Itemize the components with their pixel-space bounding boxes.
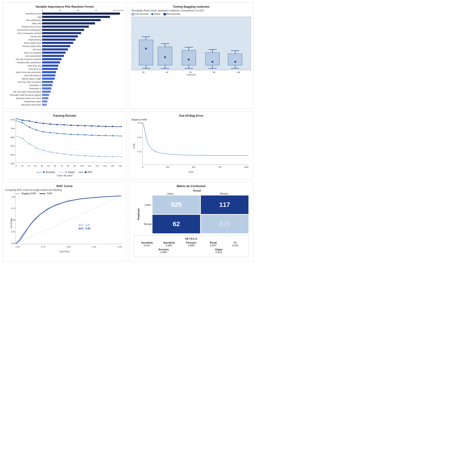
vimp-bar-wrap xyxy=(42,71,124,73)
cm-fp: 117 xyxy=(201,195,248,214)
oob-xaxis-label: ntree xyxy=(132,170,251,173)
bp-whisker-top xyxy=(146,37,146,40)
vimp-var-label: Marital status single xyxy=(5,77,42,80)
tr-y-42: 42% xyxy=(10,153,15,156)
vimp-bar-wrap xyxy=(42,22,124,25)
vimp-bar xyxy=(42,65,58,67)
oob-x-750: 750 xyxy=(218,166,221,170)
bp-whisker-bottom xyxy=(235,65,236,68)
bp-whisker-top xyxy=(165,44,165,47)
svg-point-11 xyxy=(16,118,16,119)
vimp-bar xyxy=(42,74,55,76)
svg-point-53 xyxy=(84,155,85,156)
tr-x-145: 145 xyxy=(111,165,114,170)
bp-dot xyxy=(188,59,190,60)
tr-y-54: 54% xyxy=(10,145,15,147)
cm-fn: 62 xyxy=(153,215,200,233)
bp-cap-bottom xyxy=(185,68,193,68)
svg-point-34 xyxy=(64,133,65,135)
metric-specificity: Specificity 0.881 xyxy=(161,241,177,247)
bp-whisker-top xyxy=(188,47,189,51)
vimp-row: Job role sales executive xyxy=(5,80,124,84)
tr-y-91: 91% xyxy=(10,118,15,121)
vimp-row: Years since last promotion xyxy=(5,71,124,74)
vimp-var-label: Years at company xyxy=(5,51,42,54)
svg-point-43 xyxy=(16,135,16,137)
cm-tp: 925 xyxy=(153,195,200,214)
svg-point-12 xyxy=(22,119,23,121)
vimp-bar xyxy=(42,51,66,54)
bp-whisker-bottom xyxy=(188,65,189,68)
vimp-var-label: Education 5 xyxy=(5,87,42,90)
training-title: Training Results xyxy=(5,114,124,117)
cm-tn: 870 xyxy=(201,215,248,233)
tr-x-95: 95 xyxy=(74,165,76,170)
svg-text:AUC : 0.82: AUC : 0.82 xyxy=(78,227,90,230)
vimp-bar xyxy=(42,94,49,96)
metric-accuracy: Accuracy 0.909 xyxy=(155,248,172,254)
svg-point-38 xyxy=(91,135,92,136)
vimp-chart: Monthly incomeAgeJob satisfactionDaily r… xyxy=(5,12,124,106)
vimp-bar xyxy=(42,22,95,24)
roc-y-050: 0.50 xyxy=(11,219,15,221)
vimp-var-label: Education field other xyxy=(5,103,42,106)
vimp-bar xyxy=(42,78,55,80)
bagging-box xyxy=(139,40,153,65)
svg-point-40 xyxy=(105,135,106,136)
bagging-chart xyxy=(132,17,251,70)
vimp-var-label: Job involvement xyxy=(5,55,42,57)
vimp-bar xyxy=(42,81,53,83)
vimp-row: Age xyxy=(5,15,124,18)
svg-point-58 xyxy=(121,156,122,157)
vimp-bar xyxy=(42,84,52,86)
bp-x-40: 40 xyxy=(166,71,168,73)
vimp-bar xyxy=(42,19,101,21)
metric-f1: F1 0.912 xyxy=(227,241,244,247)
svg-text:AUC : 0.81: AUC : 0.81 xyxy=(78,224,90,226)
vimp-axis-100: 100 xyxy=(113,9,116,12)
confusion-actual-label: Actual xyxy=(143,189,251,192)
oob-y-012: 0.12 xyxy=(137,150,142,153)
roc-x-100: 1.00 xyxy=(16,246,20,250)
oob-title: Out-Of-Bag Error xyxy=(132,114,251,117)
roc-x-050: 0.50 xyxy=(67,246,71,250)
tr-x-45: 45 xyxy=(41,165,43,170)
vimp-row: Business travel non travel xyxy=(5,97,124,100)
oob-subtitle: Bagging model xyxy=(132,118,251,121)
bp-cap-top xyxy=(231,51,239,51)
vimp-var-label: Business travel non travel xyxy=(5,97,42,100)
roc-subtitle: Comparing ROC curves for single models a… xyxy=(5,189,124,191)
roc-x-075: 0.75 xyxy=(41,246,45,250)
cm-header-leave: Leave xyxy=(143,192,197,195)
vimp-bar-wrap xyxy=(42,94,124,96)
roc-y-000: 0.00 xyxy=(11,242,15,244)
vimp-var-label: Num companies worked xyxy=(5,32,42,34)
vimp-row: Department sales xyxy=(5,100,124,103)
oob-chart-svg xyxy=(142,122,248,165)
cm-header-remain: Remain xyxy=(197,192,251,195)
details-title: DETAILS xyxy=(136,237,246,240)
svg-point-47 xyxy=(43,150,44,151)
bp-whisker-top xyxy=(212,50,213,53)
vimp-row: Job level xyxy=(5,48,124,51)
roc-y-025: 0.25 xyxy=(11,231,15,233)
svg-point-28 xyxy=(22,122,23,123)
vimp-bar-wrap xyxy=(42,19,124,21)
svg-point-29 xyxy=(29,126,30,128)
svg-point-39 xyxy=(98,135,100,136)
vimp-row: Relationship satisfaction xyxy=(5,61,124,64)
training-subtitle: Tuneo del arbol xyxy=(5,174,124,177)
svg-point-48 xyxy=(50,151,51,153)
vimp-row: Marital status single xyxy=(5,77,124,80)
oob-panel: Out-Of-Bag Error Bagging model 0.20 0.16… xyxy=(129,111,253,179)
svg-point-51 xyxy=(70,154,72,155)
vimp-var-label: Monthly income xyxy=(5,12,42,15)
training-panel: Training Results 91% 79% 66% 54% 42% 29% xyxy=(2,111,127,179)
confusion-panel: Matriz de Confusion Actual Leave Remain … xyxy=(129,182,253,261)
bp-x-100: 100 xyxy=(237,71,240,73)
vimp-row: Education 1 xyxy=(5,84,124,87)
svg-point-49 xyxy=(56,153,58,154)
tr-x-155: 155 xyxy=(119,165,122,170)
cm-pred-remain: Remain xyxy=(143,215,153,233)
oob-x-250: 250 xyxy=(166,166,170,170)
